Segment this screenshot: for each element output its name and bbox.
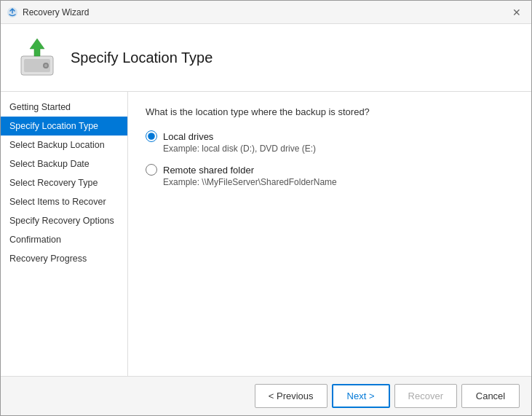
next-button[interactable]: Next > [332, 384, 390, 408]
sidebar-item-recovery-progress[interactable]: Recovery Progress [1, 249, 127, 268]
sidebar-item-specify-recovery-options[interactable]: Specify Recovery Options [1, 211, 127, 230]
main-content: Getting Started Specify Location Type Se… [1, 92, 531, 376]
sidebar-item-select-backup-location[interactable]: Select Backup Location [1, 136, 127, 154]
close-button[interactable]: ✕ [508, 4, 525, 21]
sidebar-item-select-backup-date[interactable]: Select Backup Date [1, 154, 127, 173]
option-local-drives: Local drives Example: local disk (D:), D… [146, 130, 514, 154]
previous-button[interactable]: < Previous [255, 384, 327, 408]
remote-folder-text: Remote shared folder [163, 165, 254, 176]
cancel-button[interactable]: Cancel [461, 384, 520, 408]
local-drives-example: Example: local disk (D:), DVD drive (E:) [163, 144, 514, 154]
sidebar-item-confirmation[interactable]: Confirmation [1, 230, 127, 249]
recover-button: Recover [394, 384, 457, 408]
local-drives-radio[interactable] [146, 130, 157, 142]
local-drives-label[interactable]: Local drives [146, 130, 514, 142]
remote-folder-radio[interactable] [146, 164, 157, 176]
sidebar: Getting Started Specify Location Type Se… [1, 92, 128, 376]
svg-marker-5 [30, 39, 44, 56]
option-remote-folder: Remote shared folder Example: \\MyFileSe… [146, 164, 514, 187]
header-area: Specify Location Type [1, 24, 531, 92]
local-drives-text: Local drives [163, 131, 213, 142]
sidebar-item-select-items-to-recover[interactable]: Select Items to Recover [1, 192, 127, 211]
footer: < Previous Next > Recover Cancel [1, 376, 531, 415]
sidebar-item-getting-started[interactable]: Getting Started [1, 98, 127, 117]
content-question: What is the location type where the back… [146, 106, 514, 117]
radio-group: Local drives Example: local disk (D:), D… [146, 130, 514, 187]
header-wizard-icon [15, 36, 59, 79]
main-window: Recovery Wizard ✕ Specify Location Type … [0, 0, 532, 416]
window-title: Recovery Wizard [23, 7, 89, 17]
title-bar-left: Recovery Wizard [7, 7, 89, 18]
content-area: What is the location type where the back… [128, 92, 531, 376]
page-title: Specify Location Type [71, 50, 213, 66]
title-bar: Recovery Wizard ✕ [1, 1, 531, 24]
remote-folder-label[interactable]: Remote shared folder [146, 164, 514, 176]
remote-folder-example: Example: \\MyFileServer\SharedFolderName [163, 177, 514, 187]
app-icon [7, 7, 18, 18]
svg-point-4 [44, 64, 47, 67]
sidebar-item-specify-location-type[interactable]: Specify Location Type [1, 117, 127, 136]
sidebar-item-select-recovery-type[interactable]: Select Recovery Type [1, 173, 127, 192]
